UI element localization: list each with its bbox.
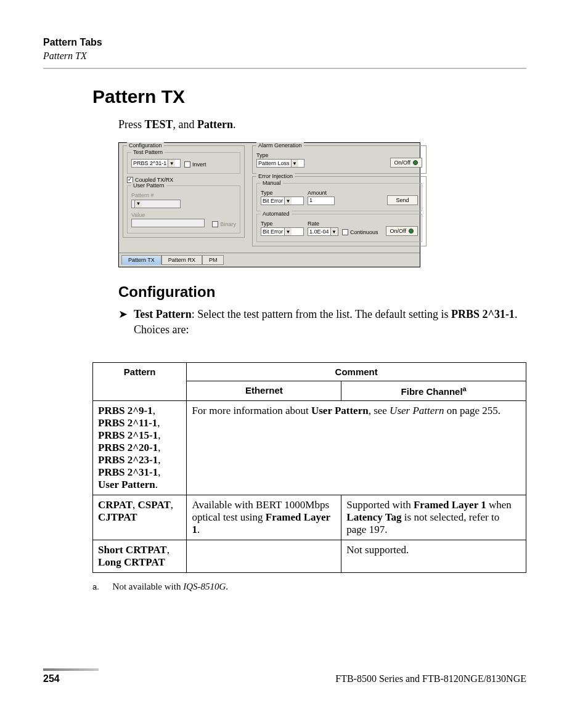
checkbox-empty-icon bbox=[184, 161, 190, 168]
pattern-number-select[interactable]: ▼ bbox=[131, 200, 181, 208]
amount-label: Amount bbox=[308, 190, 335, 196]
send-button[interactable]: Send bbox=[387, 195, 418, 205]
pattern-tx-screenshot: Configuration Test Pattern PRBS 2^31-1 ▼ bbox=[118, 142, 420, 267]
chevron-down-icon: ▼ bbox=[284, 197, 292, 205]
table-row: PRBS 2^9-1, PRBS 2^11-1, PRBS 2^15-1, PR… bbox=[93, 401, 526, 495]
running-header: Pattern Tabs Pattern TX bbox=[43, 37, 526, 69]
error-injection-group: Error Injection Manual Type Bit Error ▼ bbox=[252, 176, 427, 246]
user-pattern-group: User Pattern Pattern # ▼ Value bbox=[127, 185, 240, 233]
page-footer: 254 FTB-8500 Series and FTB-8120NGE/8130… bbox=[43, 668, 526, 684]
user-pattern-group-title: User Pattern bbox=[131, 182, 166, 189]
checkbox-empty-icon bbox=[342, 229, 348, 235]
continuous-checkbox[interactable]: Continuous bbox=[342, 229, 378, 235]
chevron-down-icon: ▼ bbox=[330, 228, 338, 235]
runhead-title: Pattern Tabs bbox=[43, 37, 526, 48]
runhead-rule bbox=[43, 68, 526, 69]
chevron-down-icon: ▼ bbox=[168, 160, 175, 167]
bullet-text: Test Pattern: Select the test pattern fr… bbox=[134, 307, 526, 338]
tab-pattern-tx[interactable]: Pattern TX bbox=[121, 255, 161, 265]
runhead-subtitle: Pattern TX bbox=[43, 51, 526, 62]
pattern-number-label: Pattern # bbox=[131, 192, 236, 198]
cell-patterns-prbs: PRBS 2^9-1, PRBS 2^11-1, PRBS 2^15-1, PR… bbox=[93, 401, 187, 495]
cell-ethernet-crpat: Available with BERT 1000Mbps optical tes… bbox=[187, 495, 341, 540]
footer-rule bbox=[43, 668, 526, 671]
cell-fc-crpat: Supported with Framed Layer 1 when Laten… bbox=[341, 495, 526, 540]
cell-fc-crtpat: Not supported. bbox=[341, 540, 526, 573]
table-footnote: a. Not available with IQS-8510G. bbox=[92, 582, 526, 592]
rate-select[interactable]: 1.0E-04 ▼ bbox=[308, 227, 338, 236]
test-pattern-group-title: Test Pattern bbox=[131, 149, 165, 155]
auto-type-label: Type bbox=[261, 221, 304, 227]
error-injection-title: Error Injection bbox=[256, 173, 295, 179]
value-label: Value bbox=[131, 212, 236, 218]
chevron-down-icon: ▼ bbox=[291, 160, 298, 167]
subsection-heading: Configuration bbox=[118, 283, 526, 301]
chevron-down-icon: ▼ bbox=[134, 200, 142, 208]
bullet-arrow-icon: ➤ bbox=[118, 307, 128, 338]
led-on-icon bbox=[413, 160, 418, 165]
th-ethernet: Ethernet bbox=[187, 381, 341, 401]
tab-pm[interactable]: PM bbox=[202, 255, 224, 265]
amount-input[interactable]: 1 bbox=[308, 197, 335, 205]
automated-group: Automated Type Bit Error ▼ bbox=[256, 214, 422, 242]
alarm-onoff-button[interactable]: On/Off bbox=[390, 158, 422, 168]
intro-paragraph: Press TEST, and Pattern. bbox=[118, 118, 526, 131]
configuration-group-title: Configuration bbox=[127, 142, 164, 148]
rate-label: Rate bbox=[308, 221, 338, 227]
cell-patterns-crtpat: Short CRTPAT, Long CRTPAT bbox=[93, 540, 187, 573]
alarm-type-label: Type bbox=[256, 152, 304, 158]
th-comment: Comment bbox=[187, 363, 526, 381]
book-title: FTB-8500 Series and FTB-8120NGE/8130NGE bbox=[335, 673, 526, 684]
th-fibre-channel: Fibre Channela bbox=[341, 381, 526, 401]
page-number: 254 bbox=[43, 673, 60, 684]
binary-checkbox[interactable]: Binary bbox=[212, 221, 236, 227]
table-row: Short CRTPAT, Long CRTPAT Not supported. bbox=[93, 540, 526, 573]
checkbox-empty-icon bbox=[212, 221, 218, 227]
test-pattern-select[interactable]: PRBS 2^31-1 ▼ bbox=[131, 159, 181, 168]
configuration-group: Configuration Test Pattern PRBS 2^31-1 ▼ bbox=[123, 145, 245, 238]
section-heading: Pattern TX bbox=[92, 86, 526, 107]
tab-pattern-rx[interactable]: Pattern RX bbox=[161, 255, 202, 265]
auto-onoff-button[interactable]: On/Off bbox=[386, 226, 418, 236]
manual-group: Manual Type Bit Error ▼ bbox=[256, 183, 422, 211]
chevron-down-icon: ▼ bbox=[284, 228, 292, 235]
table-row: CRPAT, CSPAT, CJTPAT Available with BERT… bbox=[93, 495, 526, 540]
auto-type-select[interactable]: Bit Error ▼ bbox=[261, 227, 304, 236]
led-on-icon bbox=[409, 229, 414, 233]
value-input[interactable] bbox=[131, 219, 205, 227]
cell-comment-prbs: For more information about User Pattern,… bbox=[187, 401, 526, 495]
alarm-generation-group: Alarm Generation Type Pattern Loss ▼ bbox=[252, 145, 427, 174]
alarm-generation-title: Alarm Generation bbox=[256, 142, 304, 148]
cell-ethernet-crtpat bbox=[187, 540, 341, 573]
automated-group-title: Automated bbox=[261, 211, 292, 217]
pattern-table: Pattern Comment Ethernet Fibre Channela … bbox=[92, 362, 526, 573]
alarm-type-select[interactable]: Pattern Loss ▼ bbox=[256, 159, 304, 168]
manual-group-title: Manual bbox=[261, 180, 283, 186]
invert-checkbox[interactable]: Invert bbox=[184, 161, 206, 168]
test-pattern-group: Test Pattern PRBS 2^31-1 ▼ Invert bbox=[127, 152, 240, 174]
manual-type-select[interactable]: Bit Error ▼ bbox=[261, 197, 304, 205]
manual-type-label: Type bbox=[261, 190, 304, 196]
tab-strip: Pattern TX Pattern RX PM bbox=[119, 253, 420, 267]
cell-patterns-crpat: CRPAT, CSPAT, CJTPAT bbox=[93, 495, 187, 540]
th-pattern: Pattern bbox=[93, 363, 187, 401]
bullet-item: ➤ Test Pattern: Select the test pattern … bbox=[118, 307, 526, 338]
